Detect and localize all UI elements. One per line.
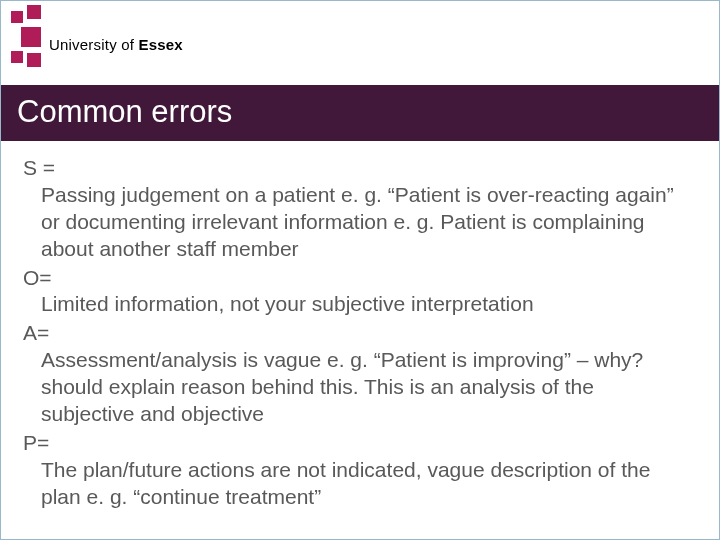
item-text-s: Passing judgement on a patient e. g. “Pa… <box>41 182 689 263</box>
item-text-a: Assessment/analysis is vague e. g. “Pati… <box>41 347 689 428</box>
logo-text-bold: Essex <box>139 36 183 53</box>
slide: University of Essex Common errors S = Pa… <box>0 0 720 540</box>
item-key-p: P= <box>23 430 689 457</box>
university-logo: University of Essex <box>11 5 183 73</box>
slide-body: S = Passing judgement on a patient e. g.… <box>1 141 719 520</box>
item-key-s: S = <box>23 155 689 182</box>
logo-text: University of Essex <box>49 36 183 53</box>
item-text-p: The plan/future actions are not indicate… <box>41 457 689 511</box>
item-key-o: O= <box>23 265 689 292</box>
slide-title: Common errors <box>1 85 719 141</box>
item-text-o: Limited information, not your subjective… <box>41 291 689 318</box>
logo-text-prefix: University of <box>49 36 139 53</box>
item-key-a: A= <box>23 320 689 347</box>
header: University of Essex <box>1 1 719 85</box>
logo-squares-icon <box>11 5 41 73</box>
